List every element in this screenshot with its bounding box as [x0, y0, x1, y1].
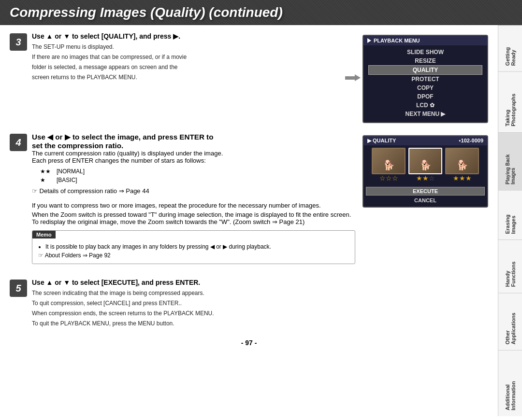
quality-body: 🐕 ☆☆☆ 🐕 ★★☆ [363, 145, 487, 207]
step3-content: Use ▲ or ▼ to select [QUALITY], and pres… [32, 32, 338, 83]
stars-1: ☆☆☆ [379, 174, 398, 182]
memo-content: It is possible to play back any images i… [32, 238, 355, 264]
step4-line2: Each press of ENTER changes the number o… [32, 157, 355, 164]
menu-dpof: DPOF [368, 92, 482, 101]
step5-content: Use ▲ or ▼ to select [EXECUTE], and pres… [32, 279, 488, 329]
main-container: 3 Use ▲ or ▼ to select [QUALITY], and pr… [0, 25, 522, 416]
stars-2: ★★☆ [416, 174, 435, 182]
menu-copy: COPY [368, 84, 482, 92]
sidebar-tab-other-apps[interactable]: Other Applications [498, 293, 522, 350]
sidebar-tab-getting-ready[interactable]: Getting Ready [498, 25, 522, 71]
step3-line4: screen returns to the PLAYBACK MENU. [32, 73, 338, 82]
step3-heading: Use ▲ or ▼ to select [QUALITY], and pres… [32, 32, 338, 40]
step5-icon: 5 [10, 280, 27, 297]
step4-details-note: ☞ Details of compression ratio ⇒ Page 44 [32, 187, 355, 195]
content-area: 3 Use ▲ or ▼ to select [QUALITY], and pr… [0, 25, 498, 416]
step5-line4: To quit the PLAYBACK MENU, press the MEN… [32, 319, 488, 328]
image-thumb-3: 🐕 [445, 148, 479, 174]
sidebar-tab-taking-photos[interactable]: Taking Photographs [498, 71, 522, 132]
quality-header-right: ▪102-0009 [459, 138, 483, 144]
step3-icon: 3 [10, 33, 27, 51]
step4-content: Use ◀ or ▶ to select the image, and pres… [32, 133, 355, 269]
page-title: Compressing Images (Quality) (continued) [10, 5, 512, 20]
page-header: Compressing Images (Quality) (continued) [0, 0, 522, 25]
image-thumb-1: 🐕 [372, 148, 406, 174]
step4-line1: The current compression ratio (quality) … [32, 150, 355, 157]
star-basic-label: [BASIC] [54, 176, 87, 184]
stars-3: ★★★ [453, 174, 472, 182]
memo-item1: It is possible to play back any images i… [45, 242, 349, 251]
menu-lcd: LCD ✿ [368, 101, 482, 110]
image-thumb-2: 🐕 [408, 148, 442, 174]
star-normal-label: [NORMAL] [54, 168, 87, 175]
playback-menu-ui: PLAYBACK MENU SLIDE SHOW RESIZE QUALITY … [362, 35, 488, 123]
step3-line1: The SET-UP menu is displayed. [32, 42, 338, 51]
step5-line3: When compression ends, the screen return… [32, 309, 488, 318]
step5-line2: To quit compression, select [CANCEL] and… [32, 299, 488, 308]
step3-camera-ui: PLAYBACK MENU SLIDE SHOW RESIZE QUALITY … [345, 32, 488, 123]
sidebar-tab-additional-info[interactable]: Additional Information [498, 350, 522, 416]
memo-box: Memo It is possible to play back any ima… [32, 230, 355, 264]
sidebar-tab-playing-back[interactable]: Playing Back Images [498, 132, 522, 190]
quality-screen-ui: ▶ QUALITY ▪102-0009 🐕 ☆☆☆ [362, 135, 488, 208]
menu-resize: RESIZE [368, 56, 482, 65]
step5-line1: The screen indicating that the image is … [32, 289, 488, 297]
execute-button-display: EXECUTE [366, 187, 485, 196]
cancel-button-display: CANCEL [414, 196, 436, 204]
step4-extra2: When the Zoom switch is pressed toward "… [32, 211, 355, 225]
memo-label: Memo [32, 231, 56, 238]
menu-next: NEXT MENU ▶ [368, 110, 482, 118]
step4-heading: Use ◀ or ▶ to select the image, and pres… [32, 133, 355, 150]
menu-quality: QUALITY [368, 65, 482, 75]
step3-line3: folder is selected, a message appears on… [32, 63, 338, 71]
quality-header-left: ▶ QUALITY [367, 138, 396, 144]
step5-section: 5 Use ▲ or ▼ to select [EXECUTE], and pr… [10, 279, 488, 329]
playback-menu-body: SLIDE SHOW RESIZE QUALITY PROTECT COPY D… [363, 45, 487, 122]
star-normal-symbol: ★★ [38, 168, 53, 175]
sidebar-tab-erasing[interactable]: Erasing Images [498, 190, 522, 240]
quality-screen-header: ▶ QUALITY ▪102-0009 [363, 136, 487, 145]
step3-line2: If there are no images that can be compr… [32, 53, 338, 61]
memo-item2: ☞ About Folders ⇒ Page 92 [38, 251, 349, 260]
star-basic-symbol: ★ [38, 176, 53, 184]
sidebar: Getting Ready Taking Photographs Playing… [498, 25, 522, 416]
stars-table: ★★ [NORMAL] ★ [BASIC] [37, 167, 88, 185]
menu-protect: PROTECT [368, 75, 482, 84]
step3-section: 3 Use ▲ or ▼ to select [QUALITY], and pr… [10, 32, 488, 123]
step5-heading: Use ▲ or ▼ to select [EXECUTE], and pres… [32, 279, 488, 286]
playback-menu-header: PLAYBACK MENU [363, 36, 487, 45]
image-row: 🐕 ☆☆☆ 🐕 ★★☆ [372, 148, 479, 183]
step4-section: 4 Use ◀ or ▶ to select the image, and pr… [10, 133, 488, 269]
step4-icon: 4 [10, 134, 27, 151]
sidebar-tab-handy-functions[interactable]: Handy Functions [498, 239, 522, 293]
step4-extra1: If you want to compress two or more imag… [32, 202, 355, 209]
page-number: - 97 - [10, 339, 488, 347]
menu-slideshow: SLIDE SHOW [368, 48, 482, 56]
